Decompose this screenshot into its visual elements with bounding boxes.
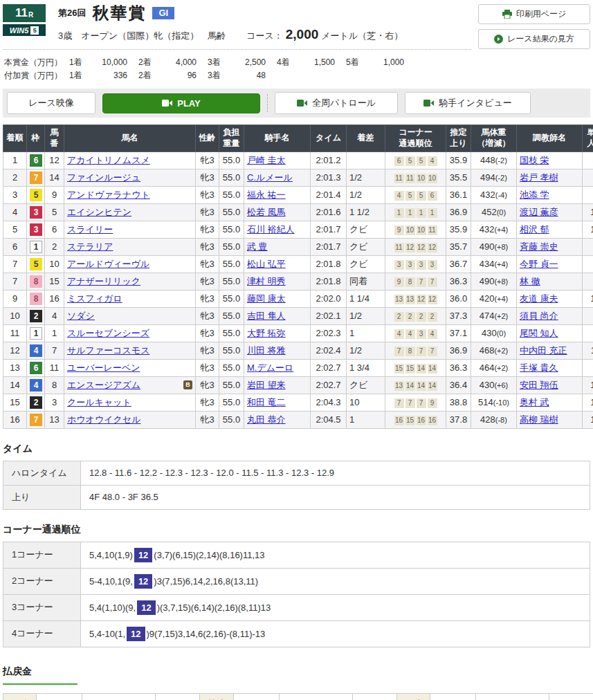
trainer-link[interactable]: 手塚 貴久 — [520, 362, 558, 373]
jockey-link[interactable]: 福永 祐一 — [247, 190, 286, 200]
trainer-link[interactable]: 斉藤 崇史 — [520, 241, 558, 252]
cell-weight-carried: 55.0 — [219, 255, 244, 273]
horse-link[interactable]: クールキャット — [67, 396, 131, 409]
cell-body-weight: 434(+4) — [471, 255, 517, 273]
trainer-link[interactable]: 須貝 尚介 — [520, 311, 558, 321]
highlighted-horse-number: 12 — [137, 600, 155, 615]
trainer-link[interactable]: 中内田 充正 — [520, 345, 567, 356]
trainer-link[interactable]: 高柳 瑞樹 — [520, 414, 558, 425]
cell-margin: 1/2 — [347, 169, 385, 186]
jockey-link[interactable]: 和田 竜二 — [247, 397, 286, 407]
trainer-link[interactable]: 奥村 武 — [520, 397, 549, 407]
race-conditions: 3歳 オープン（国際）牝（指定） 馬齢 — [58, 30, 226, 42]
horse-link[interactable]: ユーバーレーベン — [67, 362, 140, 374]
jockey-link[interactable]: 岩田 望来 — [247, 380, 286, 390]
trainer-link[interactable]: 友道 康夫 — [520, 293, 558, 304]
frame-badge: 8 — [30, 293, 42, 305]
trainer-link[interactable]: 今野 貞一 — [520, 259, 558, 269]
race-video-button[interactable]: レース映像 — [7, 92, 95, 114]
trainer-link[interactable]: 尾関 知人 — [520, 328, 558, 338]
trainer-link[interactable]: 池添 学 — [520, 190, 549, 200]
cell-last-3f: 35.5 — [446, 169, 471, 186]
payout-table-2: 枠連6-71,330円6番人気ワイド12-14800円7番人気9-121,030… — [199, 693, 397, 700]
cell-body-weight: 452(0) — [471, 203, 517, 221]
jockey-link[interactable]: 大野 拓弥 — [247, 328, 286, 338]
play-button[interactable]: PLAY — [102, 93, 260, 113]
trainer-link[interactable]: 国枝 栄 — [520, 155, 549, 165]
jockey-link[interactable]: 松若 風馬 — [247, 207, 286, 217]
trainer-link[interactable]: 安田 翔伍 — [520, 380, 558, 390]
trainer-link[interactable]: 岩戸 孝樹 — [520, 172, 558, 183]
jockey-link[interactable]: 津村 明秀 — [247, 276, 286, 286]
cell-place: 15 — [3, 394, 27, 411]
cell-weight-carried: 55.0 — [219, 290, 244, 307]
corner-position: 12 — [417, 295, 426, 304]
horse-link[interactable]: アナザーリリック — [67, 275, 140, 288]
corner-positions: 7779 — [394, 398, 437, 408]
horse-link[interactable]: アカイトリノムスメ — [67, 154, 150, 167]
horse-link[interactable]: ミスフィガロ — [67, 293, 122, 305]
cell-weight-carried: 55.0 — [219, 359, 244, 376]
cell-margin: 同着 — [347, 273, 385, 290]
trainer-link[interactable]: 林 徹 — [520, 276, 540, 286]
jockey-interview-button[interactable]: 騎手インタビュー — [405, 92, 531, 114]
result-row: 7815アナザーリリック牝355.0津村 明秀2:01.8同着987736.34… — [3, 273, 593, 290]
cell-weight-carried: 55.0 — [219, 342, 244, 359]
cell-frame: 8 — [27, 273, 45, 290]
frame-badge: 8 — [30, 275, 42, 288]
body-weight-diff: (+4) — [494, 225, 508, 234]
course-detail: メートル（芝・右） — [321, 30, 403, 42]
corner-position: 6 — [394, 156, 404, 166]
horse-link[interactable]: ソダシ — [67, 310, 95, 322]
howto-results-button[interactable]: レース結果の見方 — [478, 29, 590, 49]
horse-link[interactable]: エンスージアズム — [67, 379, 140, 392]
jockey-link[interactable]: 石川 裕紀人 — [247, 224, 295, 234]
column-header-5: 負担 重量 — [219, 125, 244, 151]
horse-link[interactable]: エイシンヒテン — [67, 206, 131, 219]
payout-type-label: 馬連 — [396, 693, 430, 700]
trainer-link[interactable]: 相沢 郁 — [520, 224, 549, 234]
payout-tables: 単勝12890円4番人気複勝12260円4番人気14190円2番人気9240円3… — [3, 693, 590, 700]
cell-last-3f: 36.4 — [446, 376, 471, 394]
cell-corner-order: 2222 — [385, 307, 446, 324]
jockey-link[interactable]: M.デムーロ — [247, 362, 293, 373]
horse-link[interactable]: ファインルージュ — [67, 172, 140, 184]
horse-link[interactable]: スライリー — [67, 223, 113, 236]
cell-jockey: 吉田 隼人 — [244, 307, 311, 324]
corner-positions: 2222 — [394, 312, 437, 322]
time-table: ハロンタイム12.8 - 11.6 - 12.2 - 12.3 - 12.3 -… — [3, 461, 590, 510]
cell-last-3f: 35.7 — [446, 238, 471, 255]
cell-horse-name: ステラリア — [64, 238, 196, 255]
trainer-link[interactable]: 渡辺 薫彦 — [520, 207, 558, 217]
horse-link[interactable]: アンドヴァラナウト — [67, 189, 150, 201]
cell-time: 2:02.3 — [311, 324, 347, 342]
patrol-video-button[interactable]: 全周パトロール — [275, 92, 398, 114]
corner-position: 7 — [417, 347, 426, 356]
jockey-link[interactable]: 戸崎 圭太 — [247, 155, 286, 165]
cell-last-3f: 38.8 — [446, 394, 471, 411]
jockey-link[interactable]: 藤岡 康太 — [247, 293, 286, 304]
jockey-link[interactable]: 武 豊 — [247, 241, 268, 252]
jockey-link[interactable]: C.ルメール — [247, 172, 293, 183]
jockey-link[interactable]: 丸田 恭介 — [247, 414, 286, 425]
print-page-button[interactable]: 印刷用ページ — [478, 4, 590, 24]
corner-positions: 16151616 — [394, 416, 437, 425]
horse-link[interactable]: ホウオウイクセル — [67, 414, 140, 426]
horse-link[interactable]: スルーセブンシーズ — [67, 327, 149, 340]
cell-corner-order: 16151616 — [385, 411, 446, 428]
cell-horse-number: 15 — [45, 273, 64, 290]
corner-position: 12 — [428, 243, 437, 252]
cell-place: 13 — [3, 359, 27, 376]
horse-link[interactable]: アールドヴィーヴル — [67, 258, 149, 270]
jockey-link[interactable]: 吉田 隼人 — [247, 311, 286, 321]
result-row: 359アンドヴァラナウト牝355.0福永 祐一2:01.41/2455636.1… — [3, 186, 593, 203]
corner-positions: 11121212 — [394, 243, 437, 252]
horse-link[interactable]: サルファーコスモス — [67, 344, 149, 357]
results-body: 1612アカイトリノムスメ牝355.0戸崎 圭太2:01.2655435.944… — [3, 151, 593, 428]
cell-horse-number: 2 — [45, 238, 64, 255]
jockey-link[interactable]: 川田 将雅 — [247, 345, 286, 356]
jockey-link[interactable]: 松山 弘平 — [247, 259, 286, 269]
result-row: 7510アールドヴィーヴル牝355.0松山 弘平2:01.8クビ333336.7… — [3, 255, 593, 273]
horse-link[interactable]: ステラリア — [67, 241, 113, 253]
result-row: 2714ファインルージュ牝355.0C.ルメール2:01.31/21111101… — [3, 169, 593, 186]
